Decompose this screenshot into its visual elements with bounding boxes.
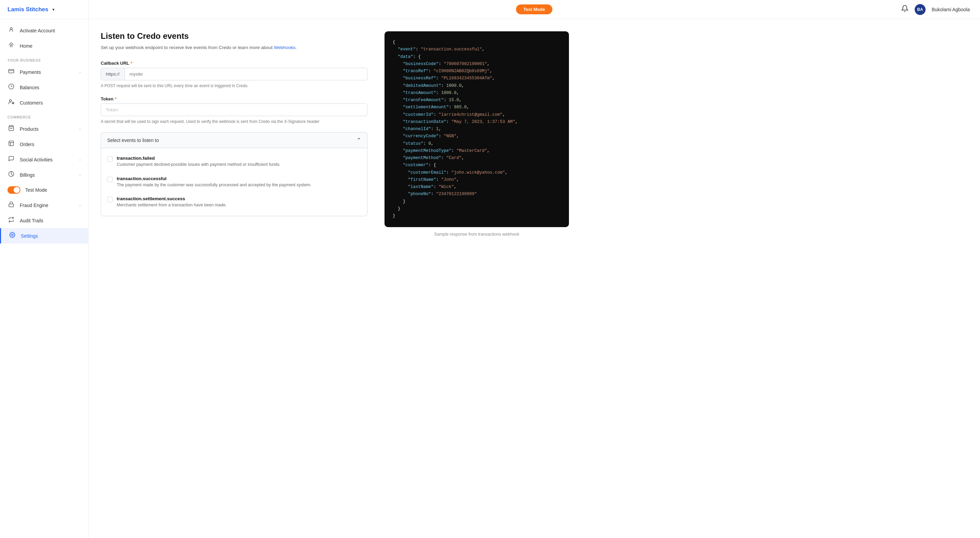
svg-point-0 [10, 27, 12, 30]
event-info: transaction.failed Customer payment decl… [117, 156, 280, 168]
notification-bell-icon[interactable] [901, 5, 908, 14]
sidebar-item-balances[interactable]: Balances [0, 80, 88, 95]
app-name: Lamis Stitches [8, 6, 48, 13]
page-title: Listen to Credo events [101, 31, 368, 41]
balances-icon [8, 83, 15, 91]
sidebar-item-label: Fraud Engine [20, 203, 75, 208]
home-icon [8, 42, 15, 50]
products-icon [8, 125, 15, 133]
page-description: Set up your webhook endpoint to receive … [101, 44, 368, 51]
topbar: Test Mode BA Bukolami Agboola [89, 0, 980, 19]
sidebar-navigation: Activate Account Home YOUR BUSINESS Paym… [0, 19, 88, 538]
test-mode-badge[interactable]: Test Mode [516, 5, 552, 14]
section-label-commerce: COMMERCE [0, 110, 88, 121]
right-panel: { "event": "transaction.successful", "da… [381, 19, 579, 538]
sidebar-item-label: Settings [21, 233, 81, 239]
orders-icon [8, 140, 15, 148]
toggle-knob [14, 187, 20, 193]
svg-rect-10 [9, 204, 14, 207]
events-header[interactable]: Select events to listen to ⌃ [101, 132, 368, 148]
event-description: The payment made by the customer was suc… [117, 182, 311, 188]
sidebar-item-customers[interactable]: Customers [0, 95, 88, 110]
token-input[interactable] [101, 104, 368, 116]
event-name: transaction.failed [117, 156, 280, 161]
activate-account-icon [8, 27, 15, 34]
callback-url-hint: A POST request will be sent to this URL … [101, 83, 368, 89]
sidebar-item-label: Home [20, 43, 81, 49]
audit-trails-icon [8, 217, 15, 224]
sidebar-item-audit-trails[interactable]: Audit Trails [0, 213, 88, 228]
sidebar-item-label: Customers [20, 100, 81, 105]
event-name: transaction.successful [117, 176, 311, 181]
token-hint: A secret that will be used to sign each … [101, 118, 368, 125]
required-star: * [130, 61, 132, 66]
event-description: Customer payment declined-possible issue… [117, 162, 280, 168]
chevron-right-icon: › [79, 158, 81, 162]
chevron-right-icon: › [79, 203, 81, 208]
sidebar-item-products[interactable]: Products › [0, 121, 88, 137]
callback-url-group: Callback URL * https:// A POST request w… [101, 61, 368, 89]
event-checkbox-transaction-settlement-success[interactable] [107, 197, 113, 202]
token-label: Token * [101, 96, 368, 102]
user-name: Bukolami Agboola [932, 7, 970, 12]
sidebar-item-orders[interactable]: Orders [0, 137, 88, 152]
sidebar-item-home[interactable]: Home [0, 38, 88, 53]
code-block: { "event": "transaction.successful", "da… [385, 31, 569, 227]
sidebar-item-activate-account[interactable]: Activate Account [0, 23, 88, 38]
chevron-up-icon: ⌃ [356, 137, 361, 144]
event-item: transaction.failed Customer payment decl… [101, 152, 367, 172]
sidebar-logo[interactable]: Lamis Stitches ▾ [0, 0, 88, 19]
event-checkbox-transaction-successful[interactable] [107, 177, 113, 182]
svg-point-11 [11, 234, 13, 236]
sidebar-item-label: Products [20, 126, 75, 132]
event-info: transaction.successful The payment made … [117, 176, 311, 188]
event-name: transaction.settlement.success [117, 196, 227, 201]
payments-icon [8, 68, 15, 76]
user-avatar: BA [915, 4, 926, 15]
content-area: Listen to Credo events Set up your webho… [89, 19, 980, 538]
svg-rect-1 [9, 69, 14, 73]
callback-url-input-row: https:// [101, 68, 368, 80]
sidebar-item-payments[interactable]: Payments › [0, 64, 88, 80]
customers-icon [8, 99, 15, 107]
chevron-down-icon: ▾ [52, 7, 54, 12]
url-prefix: https:// [101, 68, 125, 80]
event-info: transaction.settlement.success Merchants… [117, 196, 227, 208]
event-item: transaction.successful The payment made … [101, 172, 367, 192]
callback-url-label: Callback URL * [101, 61, 368, 66]
section-label-your-business: YOUR BUSINESS [0, 53, 88, 64]
test-mode-toggle-row: Test Mode [0, 182, 88, 198]
events-group: Select events to listen to ⌃ transaction… [101, 132, 368, 216]
billings-icon [8, 171, 15, 179]
sidebar-item-label: Audit Trails [20, 218, 81, 224]
test-mode-toggle[interactable] [8, 186, 21, 194]
sidebar-item-label: Social Activities [20, 157, 75, 163]
chevron-right-icon: › [79, 127, 81, 131]
required-star: * [115, 96, 116, 102]
left-panel: Listen to Credo events Set up your webho… [89, 19, 381, 538]
sidebar-item-label: Billings [20, 172, 75, 178]
event-checkbox-transaction-failed[interactable] [107, 156, 113, 162]
sidebar-item-fraud-engine[interactable]: Fraud Engine › [0, 198, 88, 213]
sidebar-item-settings[interactable]: Settings [0, 228, 88, 243]
sidebar-item-billings[interactable]: Billings › [0, 167, 88, 182]
event-item: transaction.settlement.success Merchants… [101, 192, 367, 212]
fraud-engine-icon [8, 201, 15, 209]
chevron-right-icon: › [79, 70, 81, 74]
topbar-right: BA Bukolami Agboola [901, 4, 970, 15]
sidebar-item-label: Orders [20, 142, 81, 147]
sidebar-item-label: Payments [20, 69, 75, 75]
events-body: transaction.failed Customer payment decl… [101, 148, 368, 216]
webhooks-link[interactable]: Webhooks. [274, 45, 297, 50]
callback-url-input[interactable] [125, 68, 367, 80]
code-caption: Sample response from transactions webhoo… [434, 232, 519, 237]
event-description: Merchants settlement from a transaction … [117, 202, 227, 208]
sidebar-item-label: Activate Account [20, 28, 81, 34]
main-area: Test Mode BA Bukolami Agboola Listen to … [89, 0, 980, 538]
token-group: Token * A secret that will be used to si… [101, 96, 368, 125]
sidebar-item-social-activities[interactable]: Social Activities › [0, 152, 88, 167]
svg-rect-8 [9, 141, 14, 146]
sidebar: Lamis Stitches ▾ Activate Account Home Y… [0, 0, 89, 538]
social-activities-icon [8, 156, 15, 163]
settings-icon [8, 232, 16, 240]
